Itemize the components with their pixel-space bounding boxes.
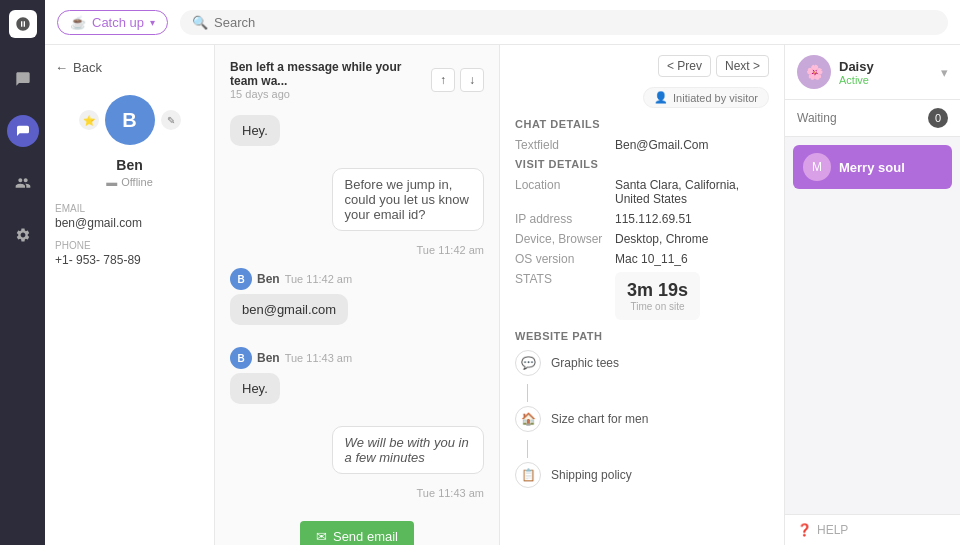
ip-label: IP address <box>515 212 615 226</box>
chat-header-sender: Ben <box>230 60 253 74</box>
os-value: Mac 10_11_6 <box>615 252 688 266</box>
chat-header: Ben left a message while your team wa...… <box>230 60 484 100</box>
agent-name: Daisy <box>839 59 874 74</box>
nav-contacts-icon[interactable] <box>7 167 39 199</box>
chevron-down-icon: ▾ <box>150 17 155 28</box>
back-label: Back <box>73 60 102 75</box>
path-label-1: Size chart for men <box>551 412 648 426</box>
stats-subtitle: Time on site <box>627 301 688 312</box>
ip-row: IP address 115.112.69.51 <box>515 212 769 226</box>
search-icon: 🔍 <box>192 15 208 30</box>
textfield-value: Ben@Gmail.Com <box>615 138 709 152</box>
phone-label: PHONE <box>55 240 204 251</box>
initiated-badge: 👤 Initiated by visitor <box>643 87 769 108</box>
conversation-name: Merry soul <box>839 160 905 175</box>
path-label-2: Shipping policy <box>551 468 632 482</box>
active-conversation[interactable]: M Merry soul <box>793 145 952 189</box>
message-avatar: B <box>230 268 252 290</box>
agent-status: Active <box>839 74 874 86</box>
back-button[interactable]: ← Back <box>55 60 204 75</box>
search-input[interactable] <box>214 15 936 30</box>
scroll-up-button[interactable]: ↑ <box>431 68 455 92</box>
waiting-count: 0 <box>928 108 948 128</box>
path-connector <box>527 440 528 458</box>
contact-sidebar: ← Back ⭐ B ✎ Ben ▬ Offline <box>45 45 215 545</box>
left-navigation <box>0 0 45 545</box>
scroll-down-button[interactable]: ↓ <box>460 68 484 92</box>
nav-chat-icon[interactable] <box>7 63 39 95</box>
message-row: Hey. <box>230 115 484 156</box>
nav-conversations-icon[interactable] <box>7 115 39 147</box>
message-time-inline: Tue 11:43 am <box>285 352 352 364</box>
scroll-arrows: ↑ ↓ <box>431 68 484 92</box>
contact-edit-button[interactable]: ✎ <box>161 110 181 130</box>
next-button[interactable]: Next > <box>716 55 769 77</box>
path-item: 💬 Graphic tees <box>515 350 769 376</box>
message-bubble: Before we jump in, could you let us know… <box>332 168 484 231</box>
send-email-button[interactable]: ✉ Send email <box>300 521 414 545</box>
waiting-bar: Waiting 0 <box>785 100 960 137</box>
path-connector <box>527 384 528 402</box>
message-bubble: Hey. <box>230 373 280 404</box>
prev-button[interactable]: < Prev <box>658 55 711 77</box>
message-sender-name: Ben <box>257 351 280 365</box>
stats-time: 3m 19s <box>627 280 688 301</box>
content-area: ← Back ⭐ B ✎ Ben ▬ Offline <box>45 45 960 545</box>
email-icon: ✉ <box>316 529 327 544</box>
help-label: HELP <box>817 523 848 537</box>
message-row: We will be with you in a few minutes Tue… <box>230 426 484 499</box>
visit-details-title: VISIT DETAILS <box>515 158 769 170</box>
status-icon: ▬ <box>106 176 117 188</box>
contact-details: EMAIL ben@gmail.com PHONE +1- 953- 785-8… <box>55 203 204 267</box>
message-time: Tue 11:42 am <box>417 244 484 256</box>
email-label: EMAIL <box>55 203 204 214</box>
chevron-down-icon[interactable]: ▾ <box>941 65 948 80</box>
waiting-label: Waiting <box>797 111 837 125</box>
avatar-area: ⭐ B ✎ <box>79 95 181 149</box>
contact-email: ben@gmail.com <box>55 216 204 230</box>
path-icon-0: 💬 <box>515 350 541 376</box>
catch-up-button[interactable]: ☕ Catch up ▾ <box>57 10 168 35</box>
stats-box: 3m 19s Time on site <box>615 272 700 320</box>
contact-star-button[interactable]: ⭐ <box>79 110 99 130</box>
message-meta: B Ben Tue 11:43 am <box>230 347 352 369</box>
contact-name: Ben <box>116 157 142 173</box>
message-time: Tue 11:43 am <box>417 487 484 499</box>
help-icon: ❓ <box>797 523 812 537</box>
path-item: 🏠 Size chart for men <box>515 406 769 432</box>
help-footer: ❓ HELP <box>785 514 960 545</box>
nav-settings-icon[interactable] <box>7 219 39 251</box>
main-container: ☕ Catch up ▾ 🔍 ← Back ⭐ B <box>45 0 960 545</box>
device-row: Device, Browser Desktop, Chrome <box>515 232 769 246</box>
contact-status: ▬ Offline <box>106 176 153 188</box>
os-row: OS version Mac 10_11_6 <box>515 252 769 266</box>
cup-icon: ☕ <box>70 15 86 30</box>
path-item: 📋 Shipping policy <box>515 462 769 488</box>
message-avatar: B <box>230 347 252 369</box>
location-row: Location Santa Clara, California, United… <box>515 178 769 206</box>
path-icon-1: 🏠 <box>515 406 541 432</box>
message-sender-name: Ben <box>257 272 280 286</box>
path-label-0: Graphic tees <box>551 356 619 370</box>
chat-details-title: CHAT DETAILS <box>515 118 769 130</box>
right-panel: 🌸 Daisy Active ▾ Waiting 0 M Merry soul … <box>785 45 960 545</box>
device-value: Desktop, Chrome <box>615 232 708 246</box>
website-path-title: WEBSITE PATH <box>515 330 769 342</box>
chat-header-info: Ben left a message while your team wa...… <box>230 60 431 100</box>
os-label: OS version <box>515 252 615 266</box>
chat-header-time: 15 days ago <box>230 88 431 100</box>
contact-avatar: B <box>105 95 155 145</box>
send-email-area: ✉ Send email <box>230 511 484 545</box>
search-bar: 🔍 <box>180 10 948 35</box>
contact-phone: +1- 953- 785-89 <box>55 253 204 267</box>
path-icon-2: 📋 <box>515 462 541 488</box>
agent-info: 🌸 Daisy Active <box>797 55 874 89</box>
conversation-avatar: M <box>803 153 831 181</box>
agent-avatar: 🌸 <box>797 55 831 89</box>
location-label: Location <box>515 178 615 206</box>
visitor-icon: 👤 <box>654 91 668 104</box>
website-path-list: 💬 Graphic tees 🏠 Size chart for men 📋 Sh… <box>515 350 769 488</box>
message-bubble: ben@gmail.com <box>230 294 348 325</box>
message-row: B Ben Tue 11:42 am ben@gmail.com <box>230 268 484 335</box>
stats-row: STATS 3m 19s Time on site <box>515 272 769 320</box>
